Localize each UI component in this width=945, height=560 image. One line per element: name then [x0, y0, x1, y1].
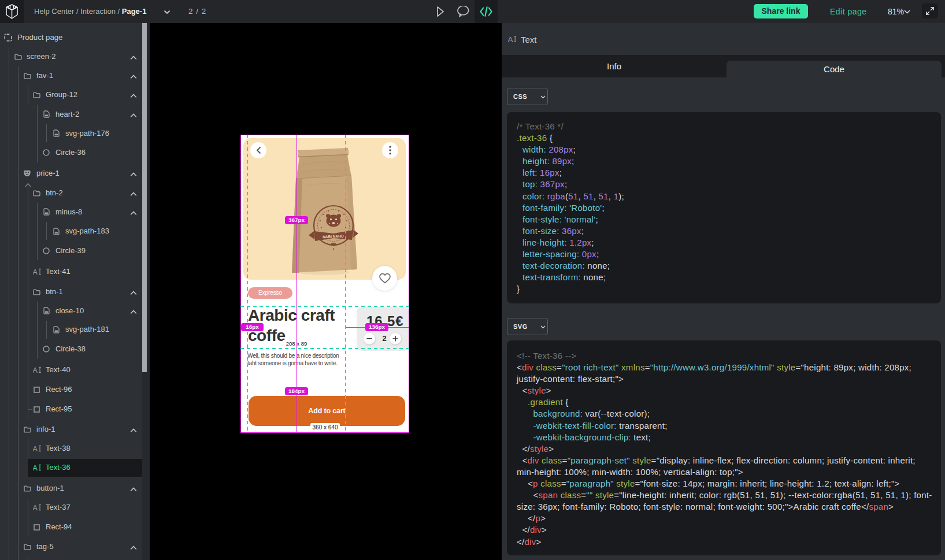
svg-text:A: A: [33, 366, 38, 373]
svg-text:A: A: [33, 464, 38, 471]
svg-text:A: A: [33, 504, 38, 511]
svg-text:A: A: [33, 268, 38, 275]
svg-text:A: A: [33, 445, 38, 452]
svg-text:A: A: [508, 35, 513, 43]
